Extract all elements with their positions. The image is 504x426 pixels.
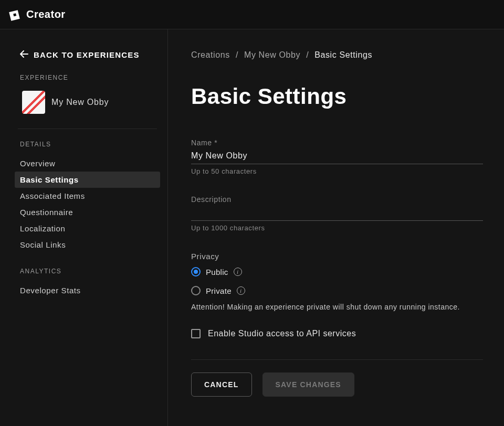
analytics-section-label: ANALYTICS (20, 268, 155, 275)
page-title: Basic Settings (191, 84, 483, 109)
privacy-label: Privacy (191, 252, 483, 261)
description-label: Description (191, 195, 483, 204)
divider (18, 129, 157, 129)
arrow-left-icon (20, 50, 28, 59)
radio-label-private: Private (206, 286, 232, 295)
name-help: Up to 50 characters (191, 167, 483, 175)
button-row: CANCEL SAVE CHANGES (191, 372, 483, 397)
experience-section-label: EXPERIENCE (20, 74, 155, 81)
description-input[interactable] (191, 207, 483, 221)
name-label: Name * (191, 139, 483, 147)
sidebar-item-questionnaire[interactable]: Questionnaire (15, 204, 160, 220)
breadcrumb-my-new-obby[interactable]: My New Obby (244, 50, 300, 59)
privacy-option-public[interactable]: Public i (191, 267, 483, 276)
app-name: Creator (26, 8, 66, 20)
description-help: Up to 1000 characters (191, 224, 483, 232)
breadcrumb: Creations / My New Obby / Basic Settings (191, 50, 483, 60)
info-icon[interactable]: i (237, 286, 245, 295)
checkbox-icon (191, 329, 201, 338)
breadcrumb-basic-settings: Basic Settings (314, 50, 372, 59)
info-icon[interactable]: i (234, 268, 242, 276)
name-input[interactable] (191, 150, 483, 164)
cancel-button[interactable]: CANCEL (191, 372, 252, 397)
breadcrumb-sep-1: / (236, 50, 238, 59)
sidebar: BACK TO EXPERIENCES EXPERIENCE My New Ob… (0, 29, 168, 426)
sidebar-item-social-links[interactable]: Social Links (15, 237, 160, 253)
sidebar-item-developer-stats[interactable]: Developer Stats (15, 282, 160, 299)
api-access-label: Enable Studio access to API services (208, 329, 356, 338)
name-field: Name * Up to 50 characters (191, 139, 483, 175)
topbar: Creator (0, 0, 504, 29)
radio-icon (191, 267, 201, 276)
experience-name: My New Obby (51, 98, 109, 107)
back-label: BACK TO EXPERIENCES (34, 50, 140, 59)
privacy-option-private[interactable]: Private i (191, 286, 483, 295)
breadcrumb-sep-2: / (306, 50, 309, 59)
radio-label-public: Public (206, 268, 228, 276)
breadcrumb-creations[interactable]: Creations (191, 50, 230, 59)
radio-icon (191, 286, 201, 295)
back-to-experiences-link[interactable]: BACK TO EXPERIENCES (20, 50, 155, 59)
description-field: Description Up to 1000 characters (191, 195, 483, 232)
experience-row[interactable]: My New Obby (20, 89, 155, 114)
experience-thumbnail (22, 91, 45, 114)
privacy-warning: Attention! Making an experience private … (191, 303, 483, 311)
sidebar-item-basic-settings[interactable]: Basic Settings (15, 172, 160, 188)
sidebar-item-overview[interactable]: Overview (15, 155, 160, 172)
logo-icon (8, 8, 22, 22)
main-content: Creations / My New Obby / Basic Settings… (168, 29, 504, 426)
footer-divider (191, 359, 483, 360)
logo[interactable]: Creator (8, 8, 66, 22)
api-access-checkbox[interactable]: Enable Studio access to API services (191, 329, 483, 338)
sidebar-item-associated-items[interactable]: Associated Items (15, 188, 160, 204)
sidebar-item-localization[interactable]: Localization (15, 220, 160, 237)
save-changes-button[interactable]: SAVE CHANGES (262, 372, 354, 397)
details-section-label: DETAILS (20, 141, 155, 148)
